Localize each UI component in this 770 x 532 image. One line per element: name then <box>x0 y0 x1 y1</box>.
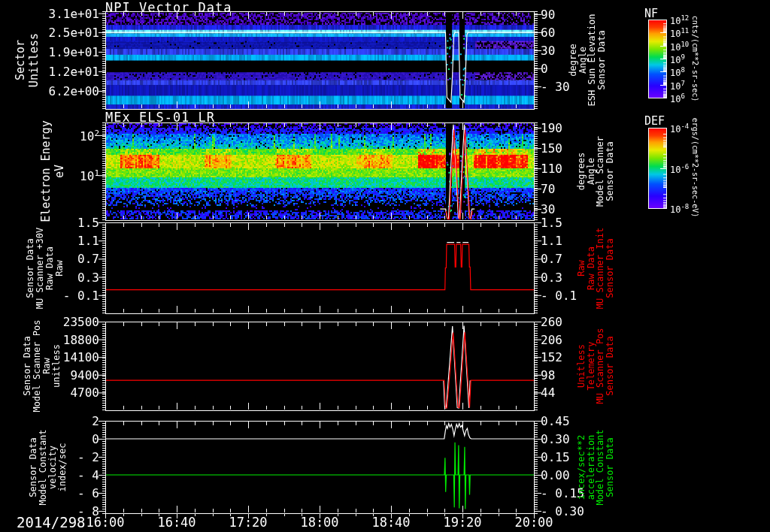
x-tick-label: 16:40 <box>145 515 208 530</box>
y-tick-label-right: 0.15 <box>541 450 570 464</box>
panel1-title: NPI Vector Data <box>105 0 232 15</box>
y-tick-label-right: 1.1 <box>541 234 562 248</box>
y-tick-label-left: - 8 <box>24 504 99 518</box>
colorbar-tick-label: 106 <box>670 92 685 104</box>
y-tick-label-right: 0.45 <box>541 414 570 428</box>
colorbar-tick-label: 10-8 <box>670 203 689 215</box>
panel-left-axis-label: Sensor Data MU Scanner +30V Raw Data Raw <box>26 227 65 308</box>
y-tick-label-right: 152 <box>541 350 562 364</box>
colorbar-tick-label: 10-4 <box>670 122 689 135</box>
colorbar-tick-label: 108 <box>670 66 685 78</box>
colorbar-nf-title: NF <box>644 7 658 20</box>
plot-screen: NPI Vector Data MEx ELS-01 LR 2014/298 N… <box>0 0 770 532</box>
y-tick-label-right: 44 <box>541 385 555 400</box>
colorbar-tick-label: 10-6 <box>670 163 689 175</box>
y-tick-label-right: 70 <box>541 182 555 196</box>
x-tick-label: 18:00 <box>288 515 351 530</box>
y-tick-label-right: 0 <box>541 62 548 76</box>
y-tick-label-right: - 0.30 <box>541 504 584 518</box>
panel-left-axis-label: Electron Energy eV <box>39 120 66 222</box>
colorbar-tick-label: 1012 <box>670 14 689 26</box>
x-tick-label: 19:20 <box>431 515 494 530</box>
panel-left-axis-label: Sensor Data Model Scanner Pos Raw unitle… <box>23 320 62 413</box>
y-tick-label-right: 30 <box>541 44 555 58</box>
colorbar-def-units-label: ergs/(cm**2-sr-sec-eV) <box>691 118 699 217</box>
y-tick-label-right: 90 <box>541 8 555 22</box>
y-tick-label-right: 1.5 <box>541 216 562 230</box>
panel-right-axis-label: Raw Raw Data MU Scanner Init Sensor Data <box>577 227 614 308</box>
y-tick-label-left: 3.1e+01 <box>24 7 99 21</box>
panel2-title: MEx ELS-01 LR <box>105 110 215 125</box>
colorbar-nf-units-label: cnts/(cm**2-sr-sec) <box>691 16 699 101</box>
y-tick-label-right: 150 <box>541 141 562 156</box>
y-tick-label-right: 190 <box>541 121 562 135</box>
y-tick-label-right: - 0.1 <box>541 289 577 303</box>
y-tick-label-right: - 30 <box>541 80 570 94</box>
panel-right-axis-label: degrees Angle Model Scanner Sensor Data <box>577 136 614 207</box>
y-tick-label-right: 0.7 <box>541 252 562 266</box>
y-tick-label-right: 260 <box>541 315 562 329</box>
panel-right-axis-label: degree Angle ESH Sun Elevation Sensor Da… <box>568 14 606 107</box>
x-tick-label: 17:20 <box>217 515 280 530</box>
panel-left-axis-label: Sensor Data Model Constant velocity inde… <box>29 429 68 505</box>
y-tick-label-right: 0.3 <box>541 271 562 285</box>
y-tick-label-right: 0.00 <box>541 468 570 482</box>
colorbar-tick-label: 1010 <box>670 41 689 53</box>
y-tick-label-left: 2 <box>24 414 99 428</box>
panel-right-axis-label: Unitless Telemetry MU Scanner Pos Sensor… <box>577 328 614 404</box>
y-tick-label-right: 30 <box>541 202 555 216</box>
y-tick-label-right: 60 <box>541 26 555 40</box>
colorbar-tick-label: 1011 <box>670 27 689 39</box>
colorbar-tick-label: 109 <box>670 53 685 65</box>
x-tick-label: 18:40 <box>359 515 423 530</box>
colorbar-tick-label: 107 <box>670 80 685 92</box>
panel-right-axis-label: incex/sec**2 acceleration Model Constant… <box>577 429 614 505</box>
y-tick-label-right: 206 <box>541 333 562 347</box>
y-tick-label-right: 0.30 <box>541 432 570 446</box>
y-tick-label-right: 110 <box>541 162 562 176</box>
y-tick-label-right: 98 <box>541 368 555 382</box>
colorbar-def-title: DEF <box>644 114 665 128</box>
panel-left-axis-label: Sector Unitless <box>14 33 41 87</box>
plot-canvas <box>0 0 770 532</box>
